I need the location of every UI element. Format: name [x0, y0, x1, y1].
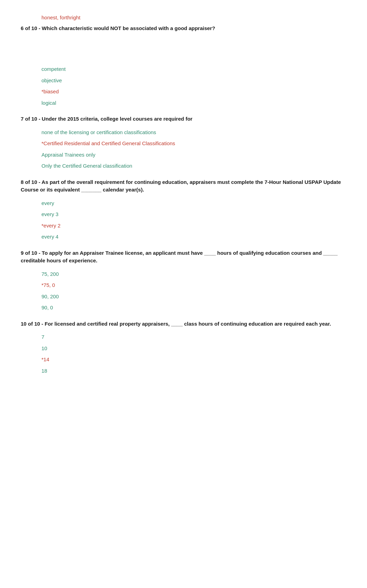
top-answer-text: honest, forthright [21, 14, 346, 22]
question-10-section: 10 of 10 - For licensed and certified re… [21, 320, 346, 375]
question-7-answers: none of the licensing or certification c… [21, 129, 346, 170]
q7-answer-2[interactable]: *Certified Residential and Certified Gen… [41, 140, 346, 148]
question-6-spacer [21, 38, 346, 65]
question-6-label: 6 of 10 - Which characteristic would NOT… [21, 25, 346, 32]
q8-answer-4[interactable]: every 4 [41, 233, 346, 241]
question-9-section: 9 of 10 - To apply for an Appraiser Trai… [21, 249, 346, 312]
q10-answer-2[interactable]: 10 [41, 345, 346, 353]
q7-answer-3[interactable]: Appraisal Trainees only [41, 151, 346, 159]
question-9-label: 9 of 10 - To apply for an Appraiser Trai… [21, 249, 346, 265]
q7-answer-4[interactable]: Only the Certified General classificatio… [41, 162, 346, 170]
q6-answer-1[interactable]: competent [41, 65, 346, 73]
q6-answer-3[interactable]: *biased [41, 88, 346, 96]
q9-answer-2[interactable]: *75, 0 [41, 281, 346, 289]
q7-answer-1[interactable]: none of the licensing or certification c… [41, 129, 346, 137]
q9-answer-4[interactable]: 90, 0 [41, 304, 346, 312]
question-6-section: 6 of 10 - Which characteristic would NOT… [21, 25, 346, 107]
q8-answer-3[interactable]: *every 2 [41, 222, 346, 230]
question-8-section: 8 of 10 - As part of the overall require… [21, 178, 346, 241]
q10-answer-4[interactable]: 18 [41, 367, 346, 375]
question-10-label: 10 of 10 - For licensed and certified re… [21, 320, 346, 328]
question-10-answers: 7 10 *14 18 [21, 333, 346, 375]
q6-answer-2[interactable]: objective [41, 77, 346, 85]
question-7-section: 7 of 10 - Under the 2015 criteria, colle… [21, 115, 346, 170]
question-9-answers: 75, 200 *75, 0 90, 200 90, 0 [21, 270, 346, 312]
q9-answer-3[interactable]: 90, 200 [41, 293, 346, 301]
q6-answer-4[interactable]: logical [41, 99, 346, 107]
q8-answer-2[interactable]: every 3 [41, 211, 346, 218]
question-6-answers: competent objective *biased logical [21, 65, 346, 107]
q10-answer-1[interactable]: 7 [41, 333, 346, 341]
question-8-label: 8 of 10 - As part of the overall require… [21, 178, 346, 194]
question-7-label: 7 of 10 - Under the 2015 criteria, colle… [21, 115, 346, 123]
question-8-answers: every every 3 *every 2 every 4 [21, 199, 346, 241]
q10-answer-3[interactable]: *14 [41, 356, 346, 364]
q9-answer-1[interactable]: 75, 200 [41, 270, 346, 278]
q8-answer-1[interactable]: every [41, 199, 346, 207]
